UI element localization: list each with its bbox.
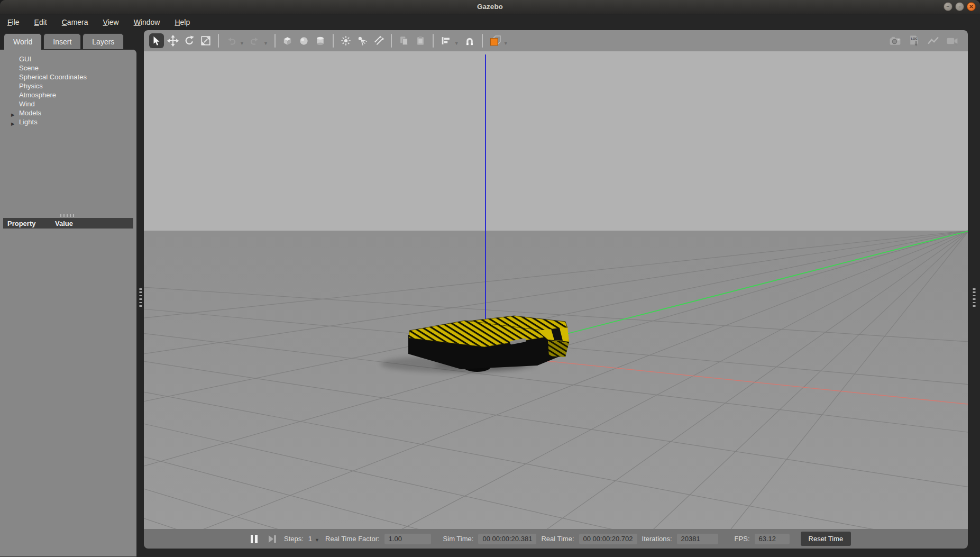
toolbar-separator (391, 34, 392, 48)
undo-button[interactable] (224, 33, 239, 48)
title-bar: Gazebo − ▫ ✕ (0, 0, 980, 14)
menu-window[interactable]: Window (134, 18, 160, 26)
copy-icon (398, 35, 410, 47)
insert-sphere-button[interactable] (297, 33, 312, 48)
insert-spot-light-button[interactable] (355, 33, 370, 48)
sky (144, 51, 968, 231)
magnet-icon (464, 35, 475, 47)
insert-point-light-button[interactable] (338, 33, 353, 48)
insert-box-button[interactable] (280, 33, 295, 48)
right-splitter[interactable] (968, 30, 980, 557)
menu-view[interactable]: View (103, 18, 119, 26)
view-angle-button[interactable] (488, 33, 502, 48)
real-time-value-field: 00 00:00:20.702 (579, 534, 637, 544)
ground-plane (144, 231, 968, 529)
screenshot-button[interactable] (887, 33, 902, 48)
real-time-label: Real Time: (541, 535, 574, 543)
panel-splitter-handle[interactable] (60, 214, 76, 217)
tree-item-atmosphere[interactable]: Atmosphere (0, 90, 136, 99)
align-options-caret-icon[interactable]: ▼ (454, 41, 459, 46)
render-toolbar: ▼ ▼ (144, 30, 968, 51)
steps-value[interactable]: 1 (308, 535, 312, 543)
sphere-icon (298, 35, 310, 47)
sim-time-value-field: 00 00:00:20.381 (478, 534, 536, 544)
close-button[interactable]: ✕ (967, 2, 976, 11)
insert-directional-light-button[interactable] (371, 33, 386, 48)
tree-item-gui[interactable]: GUI (0, 54, 136, 63)
paste-button[interactable] (413, 33, 428, 48)
pause-button[interactable] (247, 532, 261, 546)
view-angle-caret-icon[interactable]: ▼ (503, 41, 508, 46)
world-panel: GUI Scene Spherical Coordinates Physics … (0, 49, 137, 557)
tab-world[interactable]: World (4, 33, 42, 50)
rotate-mode-button[interactable] (182, 33, 197, 48)
tab-layers[interactable]: Layers (83, 33, 124, 49)
video-camera-icon (946, 34, 959, 48)
view-cube-icon (489, 34, 501, 47)
select-mode-button[interactable] (149, 33, 164, 48)
svg-text:LOG: LOG (911, 36, 918, 40)
cylinder-icon (314, 35, 326, 47)
rotate-icon (184, 35, 195, 47)
translate-mode-button[interactable] (166, 33, 180, 48)
plot-button[interactable] (926, 33, 940, 48)
tab-insert[interactable]: Insert (43, 33, 81, 49)
expand-arrow-icon[interactable]: ▶ (11, 120, 15, 129)
copy-button[interactable] (397, 33, 411, 48)
cursor-arrow-icon (151, 35, 162, 47)
splitter-grip-icon[interactable] (139, 288, 142, 308)
undo-icon (225, 35, 237, 47)
scene-canvas[interactable] (144, 51, 968, 529)
log-file-icon: LOG (908, 34, 921, 48)
maximize-button[interactable]: ▫ (955, 2, 964, 11)
scale-icon (200, 35, 212, 47)
tree-item-scene[interactable]: Scene (0, 63, 136, 72)
simulation-status-bar: Steps: 1 ▼ Real Time Factor: 1.00 Sim Ti… (144, 529, 968, 549)
steps-caret-icon[interactable]: ▼ (315, 537, 319, 543)
menu-camera[interactable]: Camera (62, 18, 88, 26)
reset-time-button[interactable]: Reset Time (801, 532, 851, 546)
align-button[interactable] (438, 33, 453, 48)
property-table-header: Property Value (3, 218, 133, 229)
splitter-grip-icon[interactable] (973, 288, 975, 308)
iterations-value-field: 20381 (677, 534, 718, 544)
window-title: Gazebo (0, 3, 980, 11)
insert-cylinder-button[interactable] (313, 33, 328, 48)
tree-item-models[interactable]: ▶ Models (0, 108, 136, 117)
step-button[interactable] (265, 532, 279, 546)
minimize-button[interactable]: − (944, 2, 952, 11)
redo-button[interactable] (248, 33, 262, 48)
directional-light-icon (373, 35, 384, 47)
tree-item-wind[interactable]: Wind (0, 99, 136, 108)
menu-help[interactable]: Help (175, 18, 190, 26)
redo-history-caret-icon[interactable]: ▼ (263, 41, 268, 46)
world-tree: GUI Scene Spherical Coordinates Physics … (0, 50, 136, 213)
tree-item-physics[interactable]: Physics (0, 81, 136, 90)
render-viewport[interactable] (144, 51, 968, 529)
redo-icon (249, 35, 261, 47)
left-splitter[interactable] (137, 30, 144, 557)
sim-time-label: Sim Time: (443, 535, 474, 543)
toolbar-separator (482, 34, 483, 48)
scale-mode-button[interactable] (198, 33, 213, 48)
left-panel: World Insert Layers GUI Scene Spherical … (0, 30, 137, 557)
value-column-header: Value (55, 220, 73, 227)
menu-file[interactable]: File (7, 18, 20, 26)
steps-label: Steps: (284, 535, 304, 543)
tree-item-lights[interactable]: ▶ Lights (0, 117, 136, 126)
iterations-label: Iterations: (642, 535, 672, 543)
robot-side-hatch (548, 340, 569, 357)
tree-item-spherical-coordinates[interactable]: Spherical Coordinates (0, 72, 136, 81)
rtf-value-field: 1.00 (384, 534, 431, 544)
undo-history-caret-icon[interactable]: ▼ (240, 41, 244, 46)
camera-icon (889, 34, 902, 48)
menu-edit[interactable]: Edit (34, 18, 47, 26)
data-logger-button[interactable]: LOG (906, 33, 921, 48)
toolbar-separator (433, 34, 434, 48)
record-video-button[interactable] (945, 33, 959, 48)
snap-button[interactable] (462, 33, 477, 48)
align-icon (440, 35, 452, 47)
fps-value-field: 63.12 (755, 534, 790, 544)
toolbar-separator (218, 34, 219, 48)
toolbar-separator (333, 34, 334, 48)
